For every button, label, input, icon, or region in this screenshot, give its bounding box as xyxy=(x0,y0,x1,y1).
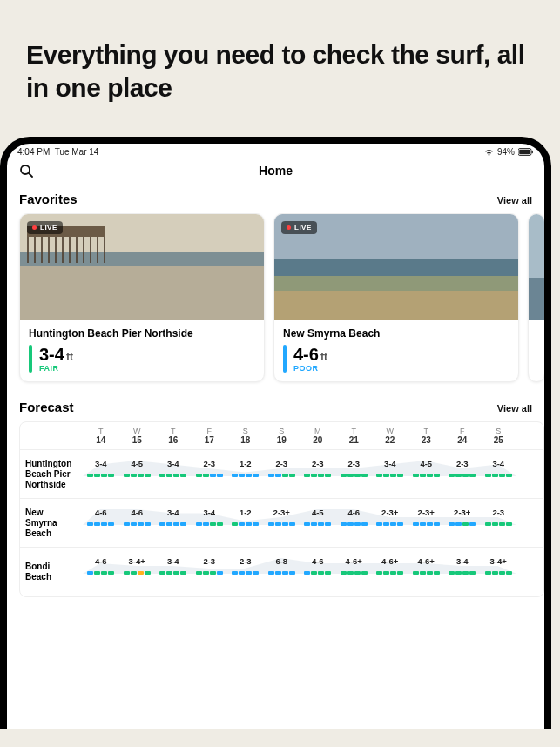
condition-chips xyxy=(119,474,156,477)
condition-chips xyxy=(192,522,228,526)
forecast-cell[interactable]: 4-5 xyxy=(300,499,336,547)
forecast-cell[interactable]: 2-3 xyxy=(192,450,228,498)
spot-name: New Smyrna Beach xyxy=(283,327,509,340)
favorite-card[interactable]: LIVE Huntington Beach Pier Northside 3-4… xyxy=(19,213,265,382)
forecast-value: 2-3 xyxy=(336,459,373,468)
forecast-cell[interactable]: 3-4 xyxy=(444,548,481,596)
condition-chips xyxy=(155,571,192,575)
forecast-day-header: M20 xyxy=(300,422,336,449)
forecast-cell[interactable]: 2-3+ xyxy=(264,499,300,547)
forecast-day-header: S19 xyxy=(264,422,300,449)
forecast-value: 1-2 xyxy=(227,459,264,468)
forecast-cell[interactable]: 3-4 xyxy=(155,548,192,596)
forecast-value: 3-4 xyxy=(192,508,228,517)
cam-thumbnail: LIVE xyxy=(274,214,518,320)
forecast-cell[interactable]: 2-3+ xyxy=(408,499,445,547)
status-time-date: 4:04 PM Tue Mar 14 xyxy=(17,147,98,157)
forecast-cell[interactable]: 2-3+ xyxy=(372,499,408,547)
condition-chips xyxy=(264,522,300,526)
forecast-value: 4-6+ xyxy=(408,556,445,566)
condition-chips xyxy=(336,522,373,526)
forecast-cell[interactable]: 4-6 xyxy=(300,548,336,596)
forecast-view-all[interactable]: View all xyxy=(497,403,532,414)
forecast-value: 3-4+ xyxy=(481,556,517,566)
forecast-cell[interactable]: 3-4 xyxy=(372,450,408,498)
condition-chips xyxy=(300,474,336,477)
forecast-cell[interactable]: 2-3+ xyxy=(444,499,481,547)
forecast-table[interactable]: T14W15T16F17S18S19M20T21W22T23F24S25 Hun… xyxy=(7,421,544,597)
search-icon[interactable] xyxy=(19,164,33,178)
favorite-card[interactable]: LIVE New Smyrna Beach 4-6 ft POOR xyxy=(273,213,519,382)
forecast-cell[interactable]: 2-3 xyxy=(264,450,300,498)
forecast-cell[interactable]: 3-4 xyxy=(192,499,228,547)
forecast-value: 6-8 xyxy=(264,556,300,566)
forecast-cell[interactable]: 4-6 xyxy=(83,499,119,547)
forecast-cell[interactable]: 4-6 xyxy=(336,499,373,547)
condition-chips xyxy=(155,522,192,526)
forecast-cell[interactable]: 1-2 xyxy=(227,499,264,547)
forecast-value: 4-6+ xyxy=(336,556,373,566)
forecast-cell[interactable]: 4-6+ xyxy=(408,548,445,596)
forecast-day-header: T14 xyxy=(83,422,119,449)
forecast-title: Forecast xyxy=(19,400,74,414)
condition-chips xyxy=(83,474,119,477)
condition-chips xyxy=(444,474,481,477)
live-dot-icon xyxy=(287,225,291,230)
forecast-cell[interactable]: 4-6+ xyxy=(336,548,373,596)
live-dot-icon xyxy=(32,225,37,230)
forecast-cell[interactable]: 3-4 xyxy=(155,499,192,547)
svg-rect-2 xyxy=(532,151,533,154)
condition-chips xyxy=(83,571,119,575)
forecast-cell[interactable]: 3-4+ xyxy=(119,548,156,596)
forecast-cell[interactable]: 4-5 xyxy=(119,450,156,498)
forecast-cell[interactable]: 3-4 xyxy=(155,450,192,498)
forecast-value: 4-6 xyxy=(336,508,373,517)
forecast-cell[interactable]: 2-3 xyxy=(227,548,264,596)
forecast-cell[interactable]: 4-6 xyxy=(83,548,119,596)
live-badge: LIVE xyxy=(281,221,317,234)
forecast-cell[interactable]: 3-4+ xyxy=(481,548,517,596)
forecast-cell[interactable]: 4-5 xyxy=(408,450,445,498)
forecast-cell[interactable]: 2-3 xyxy=(444,450,481,498)
nav-bar: Home xyxy=(7,158,544,186)
condition-chips xyxy=(300,522,336,526)
forecast-value: 4-5 xyxy=(300,508,336,517)
forecast-row[interactable]: Huntington Beach Pier Northside3-44-53-4… xyxy=(20,450,543,499)
condition-chips xyxy=(408,522,445,526)
forecast-value: 3-4 xyxy=(155,556,192,566)
forecast-day-header: F24 xyxy=(444,422,481,449)
forecast-cell[interactable]: 4-6 xyxy=(119,499,156,547)
forecast-value: 4-6 xyxy=(83,508,119,517)
forecast-value: 3-4 xyxy=(155,508,192,517)
condition-chips xyxy=(119,571,156,575)
marketing-headline: Everything you need to check the surf, a… xyxy=(0,0,560,124)
forecast-day-header: T23 xyxy=(408,422,445,449)
forecast-cell[interactable]: 2-3 xyxy=(336,450,373,498)
condition-label: FAIR xyxy=(39,364,73,373)
forecast-cell[interactable]: 3-4 xyxy=(481,450,517,498)
forecast-cell[interactable]: 2-3 xyxy=(192,548,228,596)
forecast-value: 2-3+ xyxy=(444,508,481,517)
favorites-header: Favorites View all xyxy=(7,186,544,213)
condition-chips xyxy=(408,474,445,477)
forecast-value: 3-4 xyxy=(155,459,192,468)
favorite-card-peek[interactable] xyxy=(528,213,544,382)
forecast-row[interactable]: Bondi Beach4-63-4+3-42-32-36-84-64-6+4-6… xyxy=(20,548,543,596)
forecast-cell[interactable]: 3-4 xyxy=(83,450,119,498)
wave-height-unit: ft xyxy=(66,351,73,363)
device-frame: 4:04 PM Tue Mar 14 94% Home Favorites Vi… xyxy=(0,137,551,729)
forecast-row[interactable]: New Smyrna Beach4-64-63-43-41-22-3+4-54-… xyxy=(20,499,543,548)
forecast-cell[interactable]: 6-8 xyxy=(264,548,300,596)
forecast-cell[interactable]: 4-6+ xyxy=(372,548,408,596)
forecast-cell[interactable]: 2-3 xyxy=(300,450,336,498)
forecast-value: 2-3+ xyxy=(408,508,445,517)
forecast-value: 4-5 xyxy=(408,459,445,468)
condition-chips xyxy=(481,522,517,526)
condition-chips xyxy=(227,522,264,526)
forecast-cell[interactable]: 2-3 xyxy=(481,499,517,547)
forecast-cell[interactable]: 1-2 xyxy=(227,450,264,498)
favorites-view-all[interactable]: View all xyxy=(497,195,532,205)
favorites-title: Favorites xyxy=(19,192,78,206)
favorites-scroll[interactable]: LIVE Huntington Beach Pier Northside 3-4… xyxy=(7,213,544,394)
forecast-value: 3-4 xyxy=(444,556,481,566)
